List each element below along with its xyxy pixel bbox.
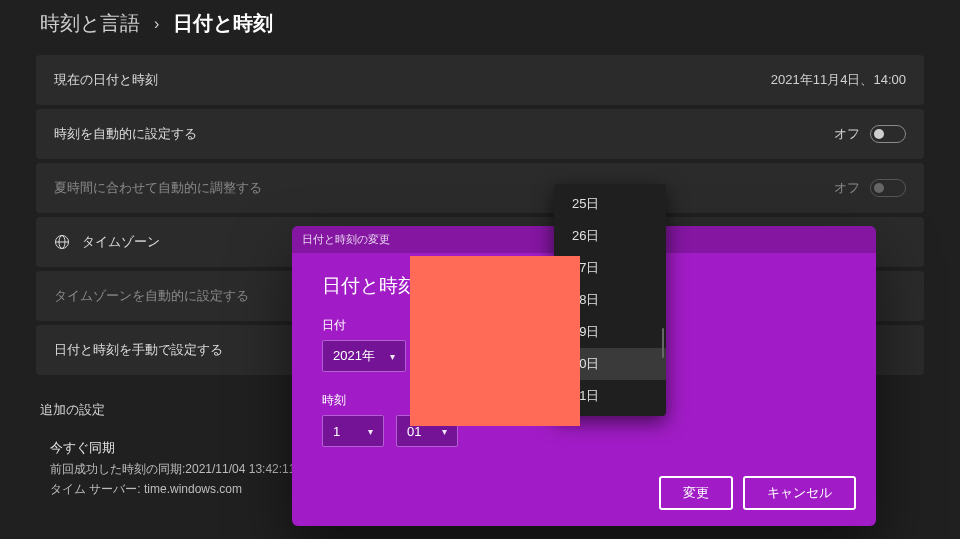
chevron-down-icon: ▾ [442,426,447,437]
row-auto-dst: 夏時間に合わせて自動的に調整する オフ [36,163,924,213]
day-option[interactable]: 26日 [554,220,666,252]
cancel-button[interactable]: キャンセル [743,476,856,510]
toggle-switch [870,179,906,197]
row-label: タイムゾーン [82,233,160,251]
svg-line-4 [440,266,538,324]
breadcrumb: 時刻と言語 › 日付と時刻 [0,0,960,55]
breadcrumb-parent[interactable]: 時刻と言語 [40,10,140,37]
row-auto-time[interactable]: 時刻を自動的に設定する オフ [36,109,924,159]
breadcrumb-current: 日付と時刻 [173,10,273,37]
year-select-value: 2021年 [333,347,375,365]
chevron-down-icon: ▾ [368,426,373,437]
chevron-down-icon: ▾ [390,351,395,362]
row-label: 日付と時刻を手動で設定する [54,341,223,359]
scrollbar-thumb[interactable] [662,328,664,358]
toggle-state-label: オフ [834,125,860,143]
svg-line-5 [425,316,438,361]
row-label: タイムゾーンを自動的に設定する [54,287,249,305]
row-label: 時刻を自動的に設定する [54,125,197,143]
chevron-right-icon: › [154,15,159,33]
current-datetime-value: 2021年11月4日、14:00 [771,71,906,89]
toggle-state-label: オフ [834,179,860,197]
year-select[interactable]: 2021年 ▾ [322,340,406,372]
toggle-switch[interactable] [870,125,906,143]
change-button[interactable]: 変更 [659,476,733,510]
row-label: 現在の日付と時刻 [54,71,158,89]
annotation-arrow [410,256,580,426]
globe-icon [54,234,70,250]
hour-select-value: 1 [333,424,340,439]
row-current-datetime: 現在の日付と時刻 2021年11月4日、14:00 [36,55,924,105]
row-label: 夏時間に合わせて自動的に調整する [54,179,262,197]
day-option[interactable]: 25日 [554,188,666,220]
hour-select[interactable]: 1 ▾ [322,415,384,447]
